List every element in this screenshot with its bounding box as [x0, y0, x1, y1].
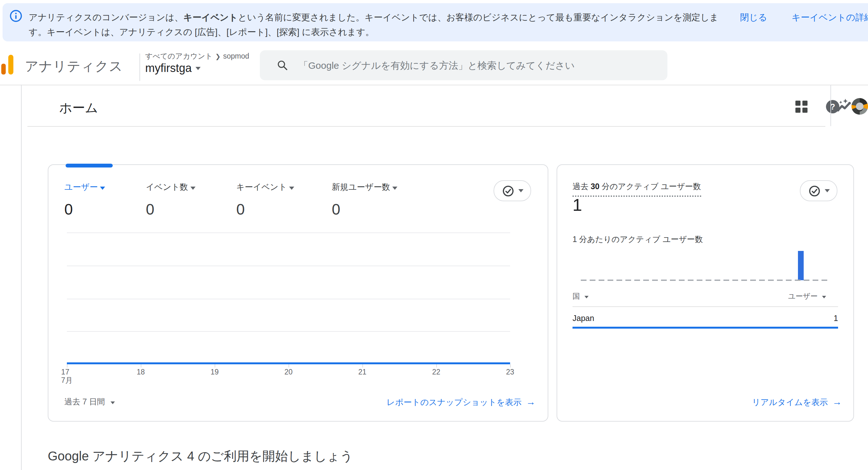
metric-value: 0	[64, 200, 146, 218]
getting-started-heading: Google アナリティクス 4 のご利用を開始しましょう	[48, 448, 353, 465]
metric-tabs: ユーザー 0イベント数 0キーイベント 0新規ユーザー数 0	[64, 181, 459, 218]
x-axis-label: 19	[211, 368, 219, 376]
metric-tab[interactable]: キーイベント 0	[236, 181, 332, 218]
arrow-right-icon: →	[526, 396, 535, 407]
app-header: アナリティクス すべてのアカウント❯sopmod myfirstga ?	[0, 41, 868, 85]
gridline	[67, 232, 510, 233]
chevron-down-icon	[518, 189, 523, 192]
per-minute-subtitle: 1 分あたりのアクティブ ユーザー数	[572, 234, 703, 245]
metric-tab[interactable]: 新規ユーザー数 0	[332, 181, 459, 218]
dimension-header[interactable]: 国	[572, 292, 589, 301]
x-ticks	[67, 364, 510, 368]
chevron-down-icon	[825, 189, 830, 192]
arrow-right-icon: →	[832, 396, 842, 407]
check-circle-icon	[808, 184, 820, 197]
active-users-value: 1	[572, 195, 582, 215]
banner-close-link[interactable]: 閉じる	[740, 12, 767, 24]
gridline	[67, 299, 510, 299]
title-divider	[830, 85, 831, 126]
ga-home-page: アナリティクスのコンバージョンは、キーイベントという名前に変更されました。キーイ…	[0, 0, 868, 470]
breadcrumb-account: sopmod	[223, 52, 249, 60]
realtime-table-header: 国 ユーザー	[572, 292, 838, 301]
x-axis: 177月181920212223	[67, 368, 510, 387]
chevron-down-icon	[111, 402, 115, 404]
chevron-down-icon	[392, 187, 397, 190]
apps-grid-icon[interactable]	[796, 101, 807, 113]
chevron-down-icon	[100, 187, 105, 190]
x-axis-label: 18	[136, 368, 145, 376]
search-bar[interactable]	[260, 50, 668, 80]
banner-details-link[interactable]: キーイベントの詳細	[792, 12, 868, 24]
info-icon	[9, 9, 23, 26]
avatar[interactable]	[851, 98, 868, 115]
realtime-card: 過去 30 分のアクティブ ユーザー数 1 1 分あたりのアクティブ ユーザー数…	[557, 164, 854, 421]
product-name: アナリティクス	[25, 57, 123, 75]
content-left-border	[21, 85, 22, 470]
search-input[interactable]	[298, 59, 631, 71]
realtime-baseline	[581, 280, 830, 281]
data-quality-button[interactable]	[800, 180, 837, 201]
header-divider	[140, 54, 140, 81]
realtime-bar	[798, 251, 804, 280]
chevron-down-icon	[822, 296, 826, 299]
gridline	[67, 265, 510, 266]
x-axis-label: 22	[432, 368, 440, 376]
overview-card: ユーザー 0イベント数 0キーイベント 0新規ユーザー数 0 177月18192…	[48, 164, 548, 421]
realtime-link[interactable]: リアルタイムを表示→	[752, 398, 842, 407]
chevron-down-icon	[289, 187, 294, 190]
active-tab-indicator	[66, 164, 113, 167]
metric-value: 0	[332, 200, 459, 218]
row-value: 1	[834, 314, 838, 323]
realtime-bars	[581, 250, 830, 280]
page-title: ホーム	[59, 99, 98, 117]
property-selector[interactable]: myfirstga	[145, 62, 200, 75]
title-horizontal-divider	[27, 126, 825, 127]
x-axis-label: 20	[284, 368, 292, 376]
chevron-down-icon	[195, 67, 200, 70]
row-share-bar	[572, 327, 838, 328]
metric-value: 0	[236, 200, 332, 218]
chevron-down-icon	[190, 187, 195, 190]
check-circle-icon	[501, 184, 514, 197]
realtime-title: 過去 30 分のアクティブ ユーザー数	[572, 182, 701, 197]
x-axis-label: 23	[506, 368, 514, 376]
metric-tab[interactable]: ユーザー 0	[64, 181, 146, 218]
table-divider	[572, 306, 838, 307]
notification-banner: アナリティクスのコンバージョンは、キーイベントという名前に変更されました。キーイ…	[3, 3, 868, 41]
breadcrumb: すべてのアカウント❯sopmod	[145, 52, 249, 61]
table-row: Japan1	[572, 311, 838, 328]
x-axis-label: 177月	[61, 368, 72, 385]
insights-icon[interactable]	[836, 99, 852, 115]
chevron-down-icon	[584, 296, 588, 299]
report-snapshot-link[interactable]: レポートのスナップショットを表示→	[386, 396, 535, 408]
banner-message: アナリティクスのコンバージョンは、キーイベントという名前に変更されました。キーイ…	[29, 10, 719, 39]
metric-value: 0	[146, 200, 236, 218]
search-icon	[276, 59, 288, 71]
date-range-selector[interactable]: 過去 7 日間	[64, 397, 115, 408]
metric-tab[interactable]: イベント数 0	[146, 181, 236, 218]
metric-header[interactable]: ユーザー	[788, 292, 827, 301]
x-axis-label: 21	[358, 368, 367, 376]
row-dimension: Japan	[572, 314, 594, 323]
breadcrumb-all-accounts: すべてのアカウント	[145, 52, 213, 60]
chevron-right-icon: ❯	[213, 53, 223, 60]
data-quality-button[interactable]	[494, 180, 531, 201]
realtime-table-rows: Japan1	[572, 311, 838, 328]
analytics-logo-icon	[1, 55, 18, 74]
gridline	[67, 331, 510, 332]
